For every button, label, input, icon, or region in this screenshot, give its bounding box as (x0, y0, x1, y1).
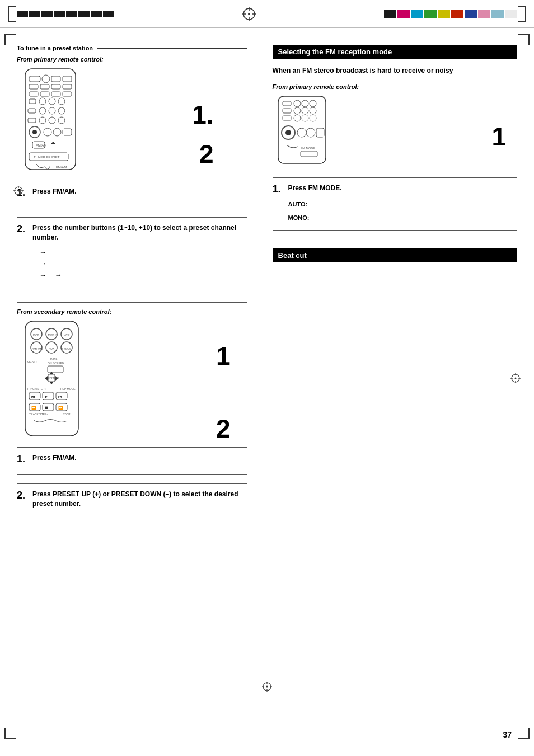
step1-number-primary: 1. (192, 100, 213, 130)
beat-cut-title: Beat cut (273, 248, 517, 262)
svg-text:FM MODE: FM MODE (301, 147, 315, 150)
svg-point-52 (53, 128, 61, 136)
svg-text:▶: ▶ (45, 395, 48, 398)
svg-rect-100 (283, 101, 291, 106)
svg-text:⏮: ⏮ (31, 395, 35, 398)
intro-text: When an FM stereo broadcast is hard to r… (273, 65, 517, 76)
right-crosshair-mid (509, 372, 522, 386)
svg-rect-30 (40, 84, 49, 89)
preset-station-label: To tune in a preset station (17, 45, 247, 51)
step1b-block: 1. Press FM/AM. (17, 453, 247, 475)
svg-rect-118 (301, 151, 317, 157)
svg-point-106 (302, 107, 308, 114)
arrows-area: → → → → (39, 247, 247, 281)
svg-point-111 (310, 115, 316, 121)
step1-fm-block: 1. Press FM MODE. AUTO: MONO: (273, 184, 517, 231)
svg-text:ON SCREEN: ON SCREEN (48, 361, 64, 365)
corner-bracket-tl (4, 34, 16, 45)
svg-rect-104 (283, 109, 291, 113)
page-number: 37 (503, 730, 512, 739)
svg-point-43 (49, 107, 55, 114)
svg-point-5 (248, 13, 250, 15)
svg-text:⏭: ⏭ (58, 395, 62, 398)
left-black-blocks (17, 11, 114, 17)
svg-rect-86 (43, 392, 54, 400)
svg-point-39 (49, 98, 55, 105)
right-column: Selecting the FM reception mode When an … (259, 45, 517, 527)
svg-rect-25 (29, 76, 40, 82)
fm-remote-svg: FM MODE (273, 93, 340, 172)
corner-bracket-bl (4, 728, 16, 739)
svg-point-48 (58, 117, 65, 124)
svg-rect-29 (29, 84, 38, 89)
svg-text:MENU: MENU (27, 360, 37, 364)
left-crosshair-mid (12, 185, 25, 199)
svg-text:⏹: ⏹ (45, 406, 49, 410)
left-column: To tune in a preset station From primary… (17, 45, 259, 527)
svg-text:FM/AM: FM/AM (36, 144, 46, 147)
svg-point-47 (49, 117, 55, 124)
svg-point-110 (302, 115, 308, 121)
svg-marker-56 (50, 142, 56, 144)
svg-text:TRACK/STEP+: TRACK/STEP+ (27, 387, 46, 391)
svg-point-44 (58, 107, 65, 114)
svg-text:DATA: DATA (50, 358, 58, 361)
svg-rect-36 (63, 92, 72, 96)
section-title-bar: Selecting the FM reception mode (273, 45, 517, 59)
secondary-remote-svg: DVD TV/VHS VCR AMP/MD AUX FM/AM MENU DAT… (17, 318, 90, 442)
svg-text:DVD: DVD (33, 334, 39, 337)
corner-bracket-br (518, 728, 530, 739)
corner-bracket-tr (518, 34, 530, 45)
svg-point-114 (297, 128, 306, 137)
svg-text:TUNER PRESET: TUNER PRESET (34, 156, 60, 159)
svg-rect-99 (278, 96, 326, 163)
auto-label: AUTO: (288, 201, 517, 208)
primary-remote-area: FM/AM TUNER PRESET FM/AM 1. 2 (17, 66, 247, 175)
svg-rect-33 (29, 92, 38, 96)
from-secondary-label: From secondary remote control: (17, 308, 247, 315)
svg-point-42 (39, 107, 46, 114)
svg-point-51 (44, 128, 51, 136)
step1-number-secondary: 1 (216, 341, 231, 371)
svg-text:ENTER: ENTER (48, 377, 59, 380)
svg-text:AMP/MD: AMP/MD (32, 347, 43, 350)
step1-number-fm: 1 (491, 121, 506, 152)
svg-point-101 (294, 100, 301, 107)
svg-point-113 (285, 130, 291, 135)
svg-point-115 (306, 128, 315, 137)
step2b-block: 2. Press PRESET UP (+) or PRESET DOWN (–… (17, 490, 247, 518)
svg-text:⏩: ⏩ (58, 405, 63, 410)
svg-point-23 (266, 686, 268, 688)
svg-text:AUX: AUX (49, 347, 55, 350)
svg-rect-27 (51, 76, 60, 82)
svg-point-105 (294, 107, 301, 114)
bottom-crosshair (261, 680, 273, 694)
svg-rect-28 (63, 76, 72, 82)
svg-point-40 (58, 98, 65, 105)
svg-rect-41 (28, 109, 36, 113)
primary-remote-svg: FM/AM TUNER PRESET FM/AM (17, 66, 90, 175)
svg-rect-32 (63, 84, 72, 89)
svg-rect-53 (63, 129, 72, 135)
mono-section: MONO: (288, 214, 517, 221)
svg-point-103 (310, 100, 316, 107)
mono-label: MONO: (288, 214, 517, 221)
svg-point-50 (32, 130, 37, 134)
right-bracket (518, 6, 526, 22)
step1-block-primary: 1. Press FM/AM. (17, 187, 247, 208)
svg-text:⏪: ⏪ (31, 405, 36, 410)
svg-marker-78 (49, 382, 54, 384)
from-primary-label-right: From primary remote control: (273, 83, 517, 90)
svg-point-46 (39, 117, 46, 124)
svg-point-109 (294, 115, 301, 121)
fm-remote-area: FM MODE 1 (273, 93, 517, 172)
svg-text:STOP: STOP (63, 412, 71, 416)
secondary-remote-area: DVD TV/VHS VCR AMP/MD AUX FM/AM MENU DAT… (17, 318, 247, 442)
from-primary-label-left: From primary remote control: (17, 56, 247, 63)
svg-point-102 (302, 100, 308, 107)
svg-text:FM/AM: FM/AM (62, 347, 71, 350)
svg-point-17 (515, 378, 517, 379)
step2-number-primary: 2 (199, 139, 214, 169)
svg-text:REP MODE: REP MODE (60, 387, 76, 391)
svg-text:VCR: VCR (64, 334, 70, 337)
